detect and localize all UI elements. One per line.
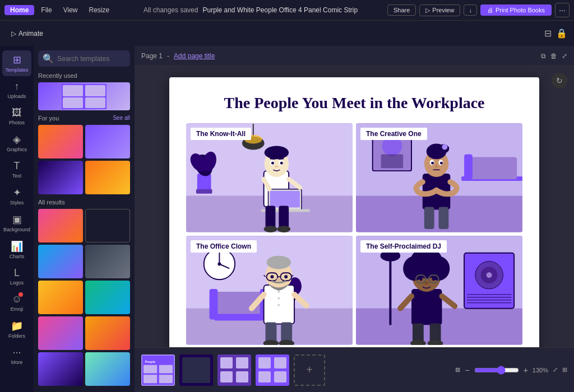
logos-icon: L — [14, 267, 20, 279]
comic-canvas: The People You Meet in the Workplace The… — [169, 77, 539, 347]
template-thumb-4[interactable] — [85, 161, 130, 194]
animate-button[interactable]: ▷ Animate — [7, 27, 48, 40]
sidebar-item-photos[interactable]: 🖼 Photos — [2, 104, 31, 129]
graphics-icon: ◈ — [13, 133, 21, 146]
duplicate-icon[interactable]: ⧉ — [541, 52, 546, 60]
file-menu[interactable]: File — [36, 5, 56, 15]
result-thumb-8[interactable] — [85, 316, 130, 350]
filter-icon[interactable]: ⊟ — [544, 28, 552, 39]
svg-rect-105 — [411, 289, 442, 325]
canvas-scroll[interactable]: ↻ The People You Meet in the Workplace T… — [135, 66, 574, 347]
filmstrip-svg-2 — [179, 354, 213, 386]
result-thumb-1[interactable] — [38, 209, 83, 242]
zoom-slider[interactable] — [474, 366, 519, 375]
sidebar-item-background[interactable]: ▣ Background — [2, 210, 31, 236]
comic-panel-4[interactable]: The Self-Proclaimed DJ — [356, 236, 522, 345]
search-input[interactable] — [57, 55, 135, 63]
svg-rect-137 — [258, 357, 271, 368]
lock-icon[interactable]: 🔒 — [556, 28, 567, 39]
template-thumb-1[interactable] — [38, 125, 83, 158]
template-thumb-2[interactable] — [85, 125, 130, 158]
sidebar-item-charts[interactable]: 📊 Charts — [2, 237, 31, 263]
sidebar-item-emoji[interactable]: ☺ Emoji — [2, 290, 31, 315]
sidebar-item-templates[interactable]: ⊞ Templates — [2, 50, 31, 76]
svg-point-114 — [419, 277, 423, 281]
panel-2-label: The Creative One — [360, 128, 427, 140]
animate-label: Animate — [18, 30, 43, 38]
download-button[interactable]: ↓ — [464, 4, 477, 16]
svg-rect-27 — [270, 191, 299, 208]
print-button[interactable]: 🖨 Print Photo Books — [480, 4, 552, 16]
svg-line-23 — [270, 158, 275, 159]
svg-point-34 — [277, 226, 290, 232]
refresh-button[interactable]: ↻ — [552, 73, 567, 88]
charts-icon: 📊 — [11, 240, 23, 253]
result-thumb-10[interactable] — [85, 352, 130, 386]
sidebar-item-uploads[interactable]: ↑ Uploads — [2, 77, 31, 102]
svg-point-85 — [276, 278, 281, 281]
svg-point-21 — [271, 162, 274, 165]
plus-icon[interactable]: + — [524, 366, 528, 375]
sidebar-item-styles[interactable]: ✦ Styles — [2, 183, 31, 209]
expand-view-icon[interactable]: ⊞ — [562, 366, 567, 374]
minus-icon[interactable]: − — [465, 366, 469, 375]
all-results-grid — [38, 209, 130, 386]
fullscreen-icon[interactable]: ⤢ — [553, 366, 558, 374]
resize-menu[interactable]: Resize — [84, 5, 114, 15]
see-all-button[interactable]: See all — [113, 115, 130, 121]
result-thumb-2[interactable] — [85, 209, 130, 242]
panel-4-label: The Self-Proclaimed DJ — [360, 240, 447, 253]
svg-rect-31 — [266, 206, 276, 228]
filmstrip-thumb-2[interactable] — [179, 354, 213, 386]
canvas-area: Page 1 - Add page title ⧉ 🗑 ⤢ ↻ The Peop… — [135, 46, 574, 392]
result-thumb-4[interactable] — [85, 245, 130, 278]
sidebar-item-more[interactable]: ··· More — [2, 343, 31, 368]
result-thumb-9[interactable] — [38, 352, 83, 386]
comic-panel-3[interactable]: The Office Clown — [186, 236, 353, 345]
templates-icon: ⊞ — [13, 54, 21, 66]
text-icon: T — [14, 160, 20, 172]
filmstrip-thumb-4[interactable] — [256, 354, 289, 386]
recent-template-thumb[interactable] — [38, 82, 130, 110]
logos-label: Logos — [10, 280, 24, 286]
sidebar-item-graphics[interactable]: ◈ Graphics — [2, 130, 31, 156]
charts-label: Charts — [10, 254, 25, 259]
panel-3-label: The Office Clown — [191, 240, 257, 253]
svg-point-77 — [267, 256, 291, 269]
preview-button[interactable]: ▷ Preview — [419, 4, 460, 16]
search-bar[interactable]: 🔍 ≡ — [38, 50, 130, 67]
svg-rect-3 — [63, 97, 83, 108]
delete-icon[interactable]: 🗑 — [550, 52, 557, 60]
add-page-button[interactable]: + — [294, 354, 325, 386]
home-button[interactable]: Home — [4, 5, 34, 15]
view-menu[interactable]: View — [59, 5, 82, 15]
fit-icon[interactable]: ⊠ — [455, 366, 460, 374]
photos-icon: 🖼 — [12, 107, 22, 119]
page-title-link[interactable]: Add page title — [174, 52, 215, 60]
more-label: More — [11, 360, 23, 365]
filmstrip-thumb-1[interactable]: People — [141, 354, 175, 386]
svg-rect-67 — [214, 314, 264, 321]
expand-icon[interactable]: ⤢ — [562, 52, 567, 60]
result-thumb-5[interactable] — [38, 281, 83, 314]
result-thumb-3[interactable] — [38, 245, 83, 278]
result-thumb-6[interactable] — [85, 281, 130, 314]
share-button[interactable]: Share — [387, 4, 416, 16]
sidebar-item-folders[interactable]: 📁 Folders — [2, 316, 31, 342]
template-thumb-3[interactable] — [38, 161, 83, 194]
page-separator: - — [167, 52, 169, 60]
comic-panel-2[interactable]: The Creative One — [356, 123, 522, 232]
result-thumb-7[interactable] — [38, 316, 83, 350]
more-icon: ··· — [12, 347, 21, 358]
svg-point-75 — [277, 304, 280, 306]
animate-play-icon: ▷ — [11, 30, 16, 38]
graphics-label: Graphics — [7, 147, 27, 152]
svg-point-53 — [435, 165, 438, 167]
more-options-button[interactable]: ··· — [555, 3, 570, 17]
sidebar-item-text[interactable]: T Text — [2, 157, 31, 182]
preview-icon: ▷ — [425, 7, 430, 14]
comic-panel-1[interactable]: The Know-It-All — [186, 123, 353, 232]
filmstrip-thumb-3[interactable] — [217, 354, 251, 386]
sidebar-item-logos[interactable]: L Logos — [2, 264, 31, 289]
recently-used-section — [38, 82, 130, 110]
